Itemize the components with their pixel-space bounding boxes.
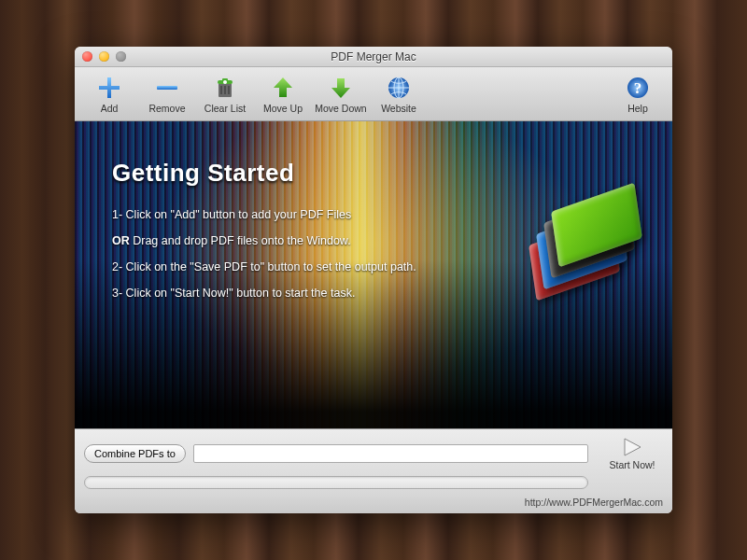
footer-url[interactable]: http://www.PDFMergerMac.com	[525, 497, 663, 508]
add-label: Add	[101, 103, 119, 114]
website-label: Website	[381, 103, 416, 114]
toolbar: Add Remove Clear List Move Up Move Down	[75, 67, 672, 121]
website-button[interactable]: Website	[370, 69, 428, 119]
footer: http://www.PDFMergerMac.com	[75, 493, 672, 513]
svg-point-4	[223, 80, 227, 84]
play-icon[interactable]	[621, 437, 643, 457]
output-path-field[interactable]	[193, 444, 588, 463]
books-illustration	[523, 187, 635, 289]
arrow-down-icon	[327, 74, 355, 102]
clearlist-button[interactable]: Clear List	[196, 69, 254, 119]
help-label: Help	[627, 103, 648, 114]
minus-icon	[153, 74, 181, 102]
zoom-icon[interactable]	[116, 51, 126, 62]
svg-rect-0	[157, 86, 177, 90]
moveup-label: Move Up	[263, 103, 303, 114]
combine-pdfs-to-button[interactable]: Combine PDFs to	[84, 444, 186, 463]
titlebar[interactable]: PDF Merger Mac	[75, 47, 672, 67]
clearlist-label: Clear List	[204, 103, 246, 114]
moveup-button[interactable]: Move Up	[254, 69, 312, 119]
svg-text:?: ?	[634, 79, 642, 97]
remove-button[interactable]: Remove	[138, 69, 196, 119]
bottom-panel: Combine PDFs to Start Now!	[75, 428, 672, 493]
trash-icon	[211, 74, 239, 102]
movedown-button[interactable]: Move Down	[312, 69, 370, 119]
help-icon: ?	[624, 74, 652, 102]
step-or: OR Drag and drop PDF files onto the Wind…	[112, 234, 486, 247]
minimize-icon[interactable]	[99, 51, 109, 62]
start-now-label[interactable]: Start Now!	[609, 459, 655, 470]
globe-icon	[385, 74, 413, 102]
traffic-lights	[75, 51, 126, 62]
close-icon[interactable]	[82, 51, 92, 62]
step-1: 1- Click on "Add" button to add your PDF…	[112, 208, 486, 221]
remove-label: Remove	[148, 103, 185, 114]
add-button[interactable]: Add	[80, 69, 138, 119]
progress-bar	[84, 476, 588, 489]
plus-icon	[95, 74, 123, 102]
window-title: PDF Merger Mac	[75, 50, 672, 63]
movedown-label: Move Down	[315, 103, 366, 114]
or-rest: Drag and drop PDF files onto the Window.	[130, 234, 351, 247]
getting-started-text: Getting Started 1- Click on "Add" button…	[112, 159, 486, 313]
help-button[interactable]: ? Help	[609, 69, 667, 119]
step-2: 2- Click on the "Save PDF to" button to …	[112, 260, 486, 273]
or-prefix: OR	[112, 234, 130, 247]
arrow-up-icon	[269, 74, 297, 102]
heading: Getting Started	[112, 159, 486, 188]
step-3: 3- Click on "Start Now!" button to start…	[112, 287, 486, 300]
app-window: PDF Merger Mac Add Remove Clear List Mov…	[75, 47, 672, 513]
content-area[interactable]: Getting Started 1- Click on "Add" button…	[75, 121, 672, 428]
